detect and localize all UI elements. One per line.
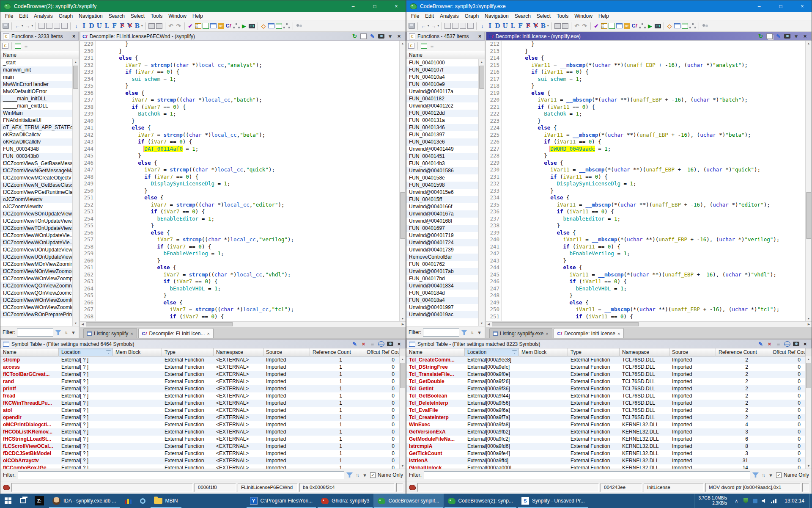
nav-next-label-icon[interactable] [61, 23, 68, 29]
symbol-row[interactable]: fKCWinThreadLPu...External[ ? ]External … [0, 400, 399, 407]
symbol-row[interactable]: atolExternal[ ? ]External Function<EXTER… [0, 407, 399, 414]
functions-panel-header[interactable]: Functions - 4537 items × [406, 32, 485, 41]
column-header-reference-count[interactable]: Reference Count [310, 348, 364, 356]
function-list-item[interactable]: FUN_00401697 [406, 225, 478, 232]
menu-search[interactable]: Search [512, 13, 534, 19]
scroll-thumb[interactable] [400, 363, 405, 388]
function-list-item[interactable]: _____main_initDLL [0, 95, 72, 102]
menu-select[interactable]: Select [534, 13, 554, 19]
menu-graph[interactable]: Graph [462, 13, 482, 19]
symbol-row[interactable]: fICToolBarGCreat...External[ ? ]External… [0, 371, 399, 378]
symbol-row[interactable]: oICObArrayctvExternal[ ? ]External Funct… [0, 457, 399, 464]
letter-u-icon[interactable]: U [502, 22, 508, 30]
symbol-tree-icon[interactable] [689, 23, 696, 29]
letter-i-icon[interactable]: I [487, 22, 493, 30]
functions-scrollbar[interactable]: ▲ ▼ [72, 59, 79, 326]
taskbar-item-color-app[interactable] [121, 494, 136, 508]
close-icon[interactable]: × [802, 33, 808, 40]
function-list-item[interactable]: fJCZoomViewWOnUpdateVie... [0, 232, 72, 239]
copy-icon[interactable] [766, 33, 773, 39]
column-header-type[interactable]: Type [162, 348, 214, 356]
forward-icon[interactable]: → [431, 22, 437, 30]
symbol-row[interactable]: accessExternal[ ? ]External Function<EXT… [0, 364, 399, 371]
letter-f-icon[interactable]: F [111, 22, 118, 30]
edit-symbol-icon[interactable]: ✎ [757, 340, 764, 348]
symbol-row[interactable]: WinExecExternal[000a9fa8]External Functi… [406, 421, 805, 428]
symbol-row[interactable]: lstrcmpiAExternal[000a9fd6]External Func… [406, 443, 805, 450]
scroll-down-icon[interactable]: ▼ [479, 320, 485, 326]
symbol-row[interactable]: fHCStringLLoadSt...External[ ? ]External… [0, 436, 399, 443]
symbol-table-scrollbar[interactable]: ▲ ▼ [399, 356, 406, 469]
column-header-name[interactable]: Name [406, 348, 465, 356]
create-function-icon[interactable] [408, 43, 414, 49]
save-icon[interactable] [3, 23, 9, 29]
scroll-down-icon[interactable]: ▼ [400, 316, 406, 321]
function-list-item[interactable]: fJCZoomViewQOnViewZoomn... [0, 282, 72, 290]
letter-f-icon[interactable]: F [517, 22, 524, 30]
menu-window[interactable]: Window [165, 13, 189, 19]
function-list-item[interactable]: Unwind@0040166f [406, 203, 478, 210]
taskbar-item-settings-app[interactable] [136, 494, 150, 508]
symbol-row[interactable]: Tcl_GetDoubleExternal[000a9f26]External … [406, 378, 805, 385]
function-list-item[interactable]: fJCZoomViewMOnViewZoominv [0, 261, 72, 268]
diamond-icon[interactable]: ◇ [667, 22, 673, 30]
display-settings-icon[interactable]: ≡ [23, 42, 29, 50]
multiuser-icon[interactable] [296, 23, 302, 29]
function-list-item[interactable]: FUN_00401346 [406, 124, 478, 131]
create-function-icon[interactable] [2, 43, 8, 49]
symbol-row[interactable]: GetModuleFileNa...External[000a9fc2]Exte… [406, 436, 805, 443]
function-list-item[interactable]: FUN_0040107f [406, 66, 478, 74]
listing-table-icon[interactable] [268, 23, 274, 28]
scroll-thumb[interactable] [806, 363, 811, 388]
snapshot-forward-icon[interactable] [562, 23, 568, 29]
menu-navigation[interactable]: Navigation [76, 13, 106, 19]
menu-select[interactable]: Select [128, 13, 148, 19]
letter-i-icon[interactable]: I [81, 22, 87, 30]
function-list-item[interactable]: mainwin_init [0, 66, 72, 74]
symbol-table-scrollbar[interactable]: ▲ ▼ [805, 356, 812, 469]
function-list-item[interactable]: fJCZoomViewROnPreparePrin... [0, 311, 72, 318]
letter-b-icon-dropdown[interactable]: ▾ [141, 24, 143, 28]
column-header-source[interactable]: Source [669, 348, 716, 356]
function-list-item[interactable]: Unwind@00401724 [406, 239, 478, 246]
letter-b-icon[interactable]: B [540, 22, 546, 30]
menu-help[interactable]: Help [595, 13, 612, 19]
letter-u-icon[interactable]: U [96, 22, 102, 30]
delete-symbol-icon[interactable]: × [766, 340, 773, 348]
function-list-item[interactable]: fJCZoomViewWOnViewZoomp... [0, 275, 72, 282]
scroll-thumb[interactable] [73, 66, 78, 89]
function-list-item[interactable]: oKRawDllCallctv [0, 131, 72, 138]
function-list-item[interactable]: FUN_00401397 [406, 131, 478, 138]
redo-icon[interactable]: ↷ [582, 22, 588, 30]
close-icon[interactable]: × [71, 33, 76, 39]
export-table-icon[interactable] [15, 43, 21, 49]
tray-update-icon[interactable] [751, 496, 759, 505]
function-list-item[interactable]: Unwind@004015e6 [406, 189, 478, 196]
task-view-button[interactable] [16, 494, 30, 508]
tab-listing[interactable]: Listing: synplify.exe× [489, 328, 552, 338]
function-list-item[interactable]: Unwind@00401586 [406, 167, 478, 174]
column-header-offcut-ref-count[interactable]: Offcut Ref Count [364, 348, 400, 356]
function-list-item[interactable]: Unwind@004017ab [406, 268, 478, 275]
filter-funnel-icon[interactable] [55, 330, 61, 335]
back-icon[interactable]: ← [420, 22, 427, 30]
function-list-item[interactable]: fJCZoomViewN_GetBaseClassvT [0, 182, 72, 189]
script-manager-icon[interactable] [203, 23, 209, 29]
nav-prev-function-icon[interactable] [38, 23, 45, 29]
filter-config-icon[interactable] [63, 329, 69, 336]
menu-file[interactable]: File [408, 13, 422, 19]
taskbar-item-synplify[interactable]: Synplify - Unsaved Pr... [517, 494, 589, 508]
filter-config-icon[interactable] [469, 329, 475, 336]
snapshot-icon[interactable] [784, 34, 790, 39]
symbol-row[interactable]: Tcl_TranslateFile...External[000a9f0e]Ex… [406, 371, 805, 378]
function-list-item[interactable]: fJCZoomViewWOnViewZoomlo... [0, 304, 72, 311]
menu-navigation[interactable]: Navigation [482, 13, 512, 19]
function-list-item[interactable]: fJCZoomViewMCreateObjectvT [0, 174, 72, 182]
column-header-namespace[interactable]: Namespace [620, 348, 669, 356]
function-list-item[interactable]: fJCZoomViewPGetRuntimeCla... [0, 189, 72, 196]
column-header-location[interactable]: Location [465, 348, 519, 356]
taskbar-item-ida[interactable]: IDA - synplify.exe.idb ... [48, 494, 121, 508]
functions-scrollbar[interactable]: ▲ ▼ [478, 59, 485, 326]
decompile-hscrollbar[interactable]: ◀ ▶ [486, 321, 812, 327]
scroll-left-icon[interactable]: ◀ [80, 322, 85, 327]
